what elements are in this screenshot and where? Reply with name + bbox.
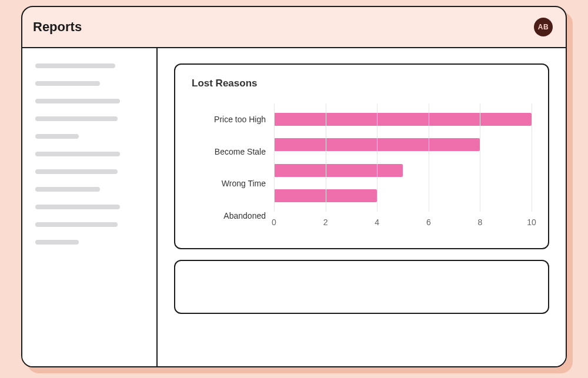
sidebar-skeleton-line — [35, 116, 118, 121]
sidebar-skeleton-line — [35, 134, 79, 139]
sidebar-skeleton-line — [35, 240, 79, 245]
chart-bar — [274, 164, 403, 177]
page-title: Reports — [33, 19, 82, 35]
chart-x-tick: 6 — [426, 218, 431, 227]
chart-x-tick: 0 — [272, 218, 276, 227]
chart-bar-row — [274, 159, 532, 182]
chart-bar-row — [274, 133, 532, 156]
chart-bar — [274, 189, 377, 202]
titlebar: Reports AB — [22, 7, 566, 48]
main-content: Lost Reasons Price too HighBecome StaleW… — [158, 48, 566, 366]
chart-plot: 0246810 — [274, 103, 532, 232]
chart-x-tick: 4 — [375, 218, 379, 227]
chart-bar-row — [274, 108, 532, 131]
gridline — [532, 103, 532, 212]
chart-category-label: Wrong Time — [192, 172, 274, 195]
sidebar-skeleton-line — [35, 99, 120, 103]
chart-y-labels: Price too HighBecome StaleWrong TimeAban… — [192, 103, 274, 232]
sidebar — [22, 48, 158, 366]
empty-card — [174, 260, 549, 314]
sidebar-skeleton-line — [35, 222, 118, 227]
chart-category-label: Become Stale — [192, 141, 274, 163]
window-body: Lost Reasons Price too HighBecome StaleW… — [22, 48, 566, 366]
chart-card: Lost Reasons Price too HighBecome StaleW… — [174, 63, 549, 249]
chart-x-tick: 8 — [477, 218, 482, 227]
chart-x-tick: 2 — [323, 218, 328, 227]
sidebar-skeleton-line — [35, 81, 100, 86]
sidebar-skeleton-line — [35, 169, 118, 174]
chart-area: Price too HighBecome StaleWrong TimeAban… — [192, 103, 532, 232]
chart-category-label: Abandoned — [192, 205, 274, 227]
chart-bar — [274, 138, 480, 151]
chart-x-tick: 10 — [527, 218, 536, 227]
sidebar-skeleton-line — [35, 152, 120, 156]
chart-x-axis: 0246810 — [274, 218, 532, 232]
app-window: Reports AB Lost Reasons Price too HighBe… — [21, 6, 567, 367]
chart-bar-row — [274, 185, 532, 207]
chart-bars-container — [274, 103, 532, 212]
chart-category-label: Price too High — [192, 108, 274, 131]
chart-bar — [274, 113, 532, 126]
sidebar-skeleton-line — [35, 63, 115, 68]
avatar[interactable]: AB — [534, 18, 553, 36]
chart-title: Lost Reasons — [192, 78, 532, 89]
sidebar-skeleton-line — [35, 205, 120, 209]
sidebar-skeleton-line — [35, 187, 100, 192]
